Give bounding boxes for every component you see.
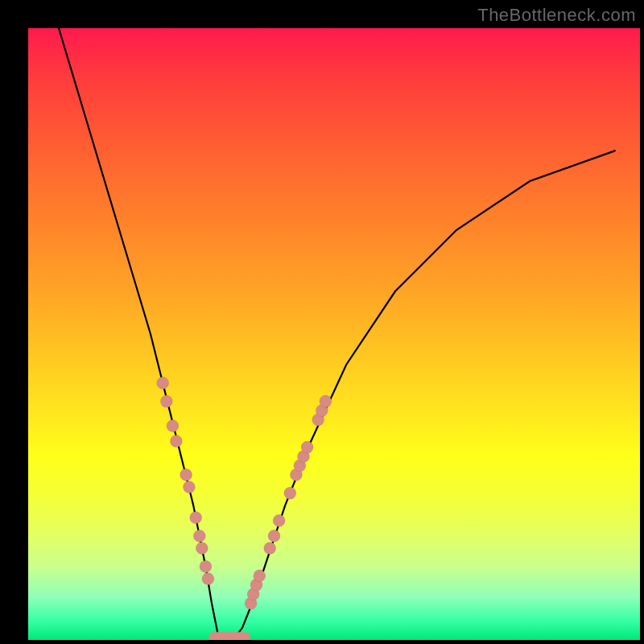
gradient-background xyxy=(28,28,640,640)
chart-frame: TheBottleneck.com xyxy=(0,0,644,644)
watermark-text: TheBottleneck.com xyxy=(477,5,636,26)
